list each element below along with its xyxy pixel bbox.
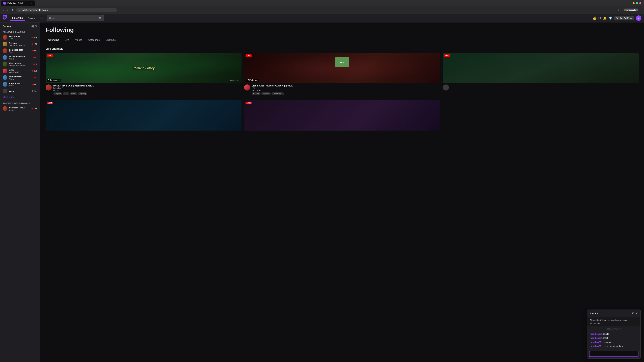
channel-name: RayRachel [9, 82, 31, 85]
sort-channels-button[interactable]: ⇅ [35, 24, 38, 28]
address-bar: ‹ › ↻ 🔒 twitch.tv/directory/following ☆ … [0, 6, 644, 14]
chat-input-area [587, 349, 640, 359]
active-tab[interactable]: Following - Twitch ✕ [1, 0, 35, 6]
channel-game: Dota 2 [9, 38, 30, 40]
points-icon[interactable]: 💎 [608, 16, 612, 20]
forward-button[interactable]: › [6, 8, 9, 12]
sidebar-item-solapsapdota[interactable]: solapsapdota Dota 2 981 [0, 47, 40, 54]
lock-icon: 🔒 [18, 9, 21, 11]
show-more-button[interactable]: Show More [0, 94, 40, 99]
content-area: Following Overview Live Videos Categorie… [40, 22, 644, 362]
live-badge: LIVE [246, 102, 252, 104]
channels-grid-row1: Radiant Victory READY. SET. LIVE 3.5K vi… [46, 53, 639, 96]
channel-viewers: 801 [32, 83, 38, 85]
chat-message-3: moodjoy071 : sample [590, 341, 638, 344]
tab-videos[interactable]: Videos [72, 37, 85, 43]
maximize-button[interactable] [636, 2, 638, 4]
stream-card-nats[interactable]: nAts LIVE 2.7K viewers Liquid nAts | NEW… [244, 53, 440, 96]
tag-valorant[interactable]: VALORANT [272, 92, 284, 95]
bookmark-icon[interactable]: ☆ [617, 8, 620, 11]
minimize-button[interactable] [632, 2, 634, 4]
stream-card-third[interactable]: LIVE [443, 53, 639, 96]
incognito-icon: 🕵 [626, 9, 628, 11]
shield-icon: 🛡 [616, 17, 618, 19]
channel-info: yowe [9, 90, 30, 92]
browser-menu-button[interactable]: ⋮ [639, 8, 642, 12]
tab-channels[interactable]: Channels [103, 37, 118, 43]
chat-input[interactable] [589, 351, 638, 357]
chat-text: : [603, 337, 604, 339]
sidebar-item-sydeon[interactable]: Sydeon League of Legends 1.8K [0, 41, 40, 47]
tag-russian[interactable]: Русский [261, 92, 271, 95]
chat-username: moodjoy071 [590, 345, 602, 348]
nav-following[interactable]: Following [10, 15, 25, 21]
notifications-icon[interactable]: 🔔 [603, 16, 606, 20]
chat-close-button[interactable]: ✕ [636, 312, 638, 315]
page-title: Following [46, 26, 639, 33]
tag-english[interactable]: English [252, 92, 260, 95]
stream-title: Liquid nAts | NEW !GIVEAWAY | !розы... [252, 84, 440, 87]
nav-more-button[interactable]: ••• [39, 16, 44, 20]
tab-close-button[interactable]: ✕ [30, 1, 33, 5]
close-button[interactable] [639, 2, 641, 4]
chat-message-text: hello [604, 333, 609, 335]
card-thumbnail: LIVE [244, 100, 440, 131]
sidebar-item-rayrachel[interactable]: RayRachel Music 801 [0, 81, 40, 88]
tab-live[interactable]: Live [62, 37, 72, 43]
viewers-badge: 2.7K viewers [246, 79, 259, 82]
card-thumbnail: LIVE [46, 100, 242, 131]
twitch-app: Following Browse ••• Search 🔍 👑 ✉ 🔔 💎 🛡 … [0, 14, 644, 362]
tag-tagalog[interactable]: Tagalog [78, 92, 87, 95]
chat-settings-button[interactable]: ⚙ [632, 312, 634, 315]
tag-dota2[interactable]: dota2 [70, 92, 77, 95]
channel-game: Dota 2 [9, 109, 30, 111]
followed-channels-label: FOLLOWED CHANNELS [0, 30, 40, 34]
new-tab-button[interactable]: + [36, 1, 40, 6]
sidebar-item-nats[interactable]: nAts VALORANT 2.7K [0, 67, 40, 74]
card-tags: English kuku dota2 Tagalog [53, 92, 242, 95]
live-badge: LIVE [47, 102, 53, 104]
streamer-name: nAts [252, 87, 440, 89]
channel-viewers: 3.5K [32, 36, 38, 38]
sidebar: For You ◄| ⇅ FOLLOWED CHANNELS kukudota2… [0, 22, 40, 362]
reload-button[interactable]: ↻ [10, 8, 15, 12]
get-ad-free-button[interactable]: 🛡 Get Ad-Free [614, 16, 634, 20]
user-avatar[interactable]: U [636, 15, 641, 21]
sidebar-item-magic899tv[interactable]: Magic899TV Music 2 [0, 74, 40, 81]
tab-categories[interactable]: Categories [86, 37, 102, 43]
nav-browse[interactable]: Browse [26, 16, 38, 20]
collapse-sidebar-button[interactable]: ◄| [30, 24, 34, 28]
tag-kuku[interactable]: kuku [63, 92, 69, 95]
inbox-icon[interactable]: ✉ [598, 16, 601, 20]
streamer-name: kukudota2 [53, 87, 242, 89]
channel-game: Dota 2 [9, 51, 31, 53]
sidebar-item-betboom[interactable]: betboom_eng2 Dota 2 3.4K [0, 105, 40, 112]
channel-info: betboom_eng2 Dota 2 [9, 106, 30, 111]
card-info: Liquid nAts | NEW !GIVEAWAY | !розы... n… [244, 83, 440, 96]
stream-card-game2[interactable]: LIVE [244, 100, 440, 131]
prime-icon[interactable]: 👑 [593, 16, 596, 20]
live-channels-title: Live channels [46, 47, 639, 50]
back-button[interactable]: ‹ [2, 8, 5, 12]
chat-message-2: moodjoy071 : test [590, 337, 638, 340]
stream-card-aqua[interactable]: LIVE [46, 100, 242, 131]
sidebar-item-kukudota2[interactable]: kukudota2 Dota 2 3.5K [0, 34, 40, 41]
card-details: RANK 44 IN SEA :))) #11kMMRPLAYER... kuk… [53, 84, 242, 95]
channel-game: Music [9, 58, 32, 60]
sidebar-item-vanholiday[interactable]: VanHoliday Escape from Tarkov 13 [0, 61, 40, 67]
channel-viewers: 13 [33, 63, 38, 65]
sidebar-item-mikarosemusic[interactable]: MikaRoseMusic Music 93 [0, 54, 40, 61]
extensions-icon[interactable]: ⊞ [621, 8, 623, 11]
stream-card-kukudota2[interactable]: Radiant Victory READY. SET. LIVE 3.5K vi… [46, 53, 242, 96]
page-tabs: Overview Live Videos Categories Channels [46, 37, 639, 43]
tab-overview[interactable]: Overview [46, 37, 62, 43]
channel-info: nAts VALORANT [9, 69, 30, 73]
streamer-avatar [244, 84, 250, 90]
chat-text: : [603, 341, 604, 344]
live-indicator [33, 57, 35, 58]
url-bar[interactable]: 🔒 twitch.tv/directory/following [16, 8, 117, 12]
tag-english[interactable]: English [53, 92, 62, 95]
header-search[interactable]: Search 🔍 [47, 15, 104, 21]
twitch-logo[interactable] [3, 15, 8, 21]
sidebar-item-yowe[interactable]: yowe Offline [0, 88, 40, 94]
